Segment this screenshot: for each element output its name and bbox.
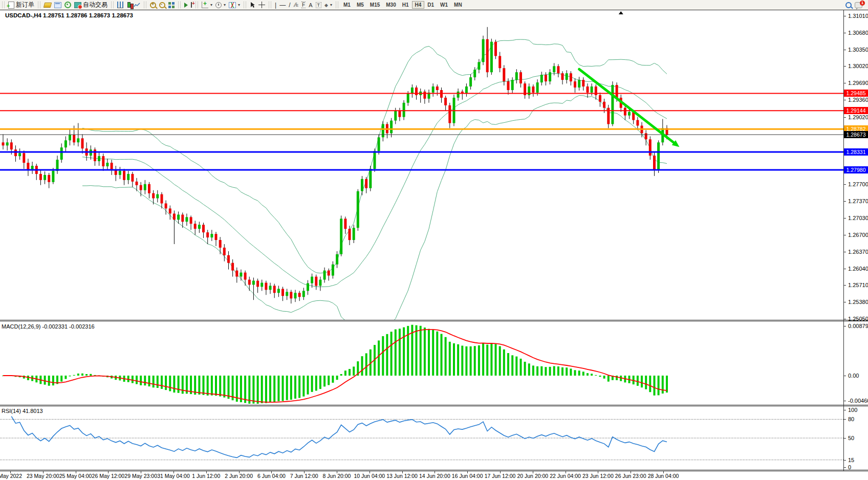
timeframe-d1[interactable]: D1: [424, 1, 437, 9]
toolbar-grip[interactable]: [111, 2, 114, 8]
rsi-tick-label: 50: [848, 435, 854, 441]
price-axis[interactable]: 1.250501.253801.257101.260401.263701.267…: [844, 10, 868, 471]
fibonacci-button[interactable]: F: [300, 1, 307, 9]
panel-separator[interactable]: [0, 321, 868, 321]
toolbar-grip[interactable]: [178, 2, 181, 8]
clock-icon: [215, 2, 222, 8]
bar-chart-icon: [117, 2, 123, 8]
chart-shift-icon: [191, 2, 192, 8]
panel-separator[interactable]: [0, 405, 868, 405]
indicators-button[interactable]: ▾: [200, 1, 214, 9]
panel-separator[interactable]: [0, 320, 868, 320]
rsi-tick-label: 0: [848, 464, 851, 470]
axis-tick: [844, 319, 846, 319]
market-watch-icon: [44, 3, 52, 8]
macd-tick-label: 0.00: [848, 373, 859, 379]
axis-tick: [844, 285, 846, 286]
timeframe-mn[interactable]: MN: [451, 1, 465, 9]
chevron-down-icon: ▾: [224, 3, 226, 7]
trading-terminal: 新订单 自动交易 + - ▾ ▾ ▾ | — /: [0, 0, 868, 480]
price-chart[interactable]: [0, 10, 843, 320]
chevron-down-icon: ▾: [330, 3, 332, 7]
toolbar-grip[interactable]: [2, 2, 5, 8]
axis-tick: [844, 218, 846, 219]
equidistant-channel-button[interactable]: ⫽E: [292, 1, 300, 9]
arrows-button[interactable]: ◆▾: [323, 1, 334, 9]
chart-shift-button[interactable]: [189, 1, 193, 9]
time-axis[interactable]: May 202223 May 20:0025 May 04:0026 May 1…: [0, 471, 868, 480]
axis-tick: [844, 302, 846, 302]
chat-bubble-icon: 1: [855, 2, 862, 8]
current-price-badge: 1.28673: [844, 131, 868, 138]
price-tick-label: 1.26040: [848, 266, 868, 272]
price-tick-label: 1.27700: [848, 181, 868, 187]
search-icon: [845, 2, 852, 8]
data-window-button[interactable]: [53, 1, 63, 9]
autotrading-button[interactable]: 自动交易: [73, 1, 109, 9]
axis-tick: [844, 100, 846, 100]
candlestick-chart-button[interactable]: [125, 1, 132, 9]
toolbar-grip[interactable]: [38, 2, 40, 8]
axis-tick: [844, 376, 846, 376]
text-button[interactable]: A: [307, 1, 314, 9]
panel-separator[interactable]: [0, 406, 868, 406]
tile-windows-icon: [168, 2, 175, 8]
rsi-panel[interactable]: [0, 407, 843, 469]
autotrading-label: 自动交易: [83, 1, 107, 9]
axis-tick: [844, 117, 846, 118]
timeframe-h4[interactable]: H4: [412, 1, 425, 9]
horizontal-line-button[interactable]: —: [278, 1, 287, 9]
bar-chart-button[interactable]: [116, 1, 125, 9]
toolbar-grip[interactable]: [244, 2, 246, 8]
timeframe-m1[interactable]: M1: [340, 1, 354, 9]
axis-tick: [844, 50, 846, 50]
search-button[interactable]: [844, 1, 853, 9]
timeframe-m15[interactable]: M15: [367, 1, 383, 9]
trendline-button[interactable]: /: [287, 1, 292, 9]
market-watch-button[interactable]: [42, 1, 53, 9]
axis-tick: [844, 33, 846, 33]
rsi-tick-label: 100: [848, 407, 857, 413]
timeframe-m30[interactable]: M30: [383, 1, 399, 9]
axis-tick: [844, 66, 846, 67]
templates-button[interactable]: ▾: [227, 1, 242, 9]
zoom-in-button[interactable]: +: [148, 1, 158, 9]
new-order-label: 新订单: [16, 1, 34, 9]
vertical-line-button[interactable]: |: [273, 1, 278, 9]
axis-tick: [844, 401, 846, 401]
toolbar-grip[interactable]: [269, 2, 271, 8]
toolbar-grip[interactable]: [144, 2, 146, 8]
trendline-icon: /: [289, 2, 290, 9]
timeframe-m5[interactable]: M5: [354, 1, 367, 9]
price-level-badge: 1.29485: [844, 90, 868, 97]
zoom-out-icon: -: [159, 2, 165, 8]
text-label-button[interactable]: T: [314, 1, 323, 9]
crosshair-button[interactable]: [257, 1, 267, 9]
price-tick-label: 1.27030: [848, 215, 868, 221]
line-chart-icon: [134, 2, 140, 8]
zoom-out-button[interactable]: -: [158, 1, 167, 9]
price-tick-label: 1.26370: [848, 249, 868, 255]
price-tick-label: 1.25710: [848, 282, 868, 288]
price-tick-label: 1.30350: [848, 47, 868, 53]
candlestick-chart-icon: [127, 2, 131, 8]
timeframe-h1[interactable]: H1: [399, 1, 412, 9]
auto-scroll-button[interactable]: [183, 1, 189, 9]
axis-tick: [844, 83, 846, 83]
price-level-badge: 1.27980: [844, 166, 868, 173]
tile-windows-button[interactable]: [167, 1, 176, 9]
toolbar-grip[interactable]: [336, 2, 338, 8]
notifications-button[interactable]: 1: [853, 1, 864, 9]
axis-tick: [844, 184, 846, 185]
price-level-badge: 1.29144: [844, 107, 868, 114]
cursor-button[interactable]: [248, 1, 257, 9]
signals-button[interactable]: [63, 1, 73, 9]
new-order-button[interactable]: 新订单: [7, 1, 36, 9]
data-window-icon: [54, 2, 61, 8]
toolbar-grip[interactable]: [196, 2, 198, 8]
rsi-label: RSI(14) 41.8013: [2, 408, 43, 414]
price-tick-label: 1.29020: [848, 114, 868, 120]
macd-panel[interactable]: [0, 322, 843, 404]
timeframe-w1[interactable]: W1: [437, 1, 451, 9]
periods-button[interactable]: ▾: [214, 1, 227, 9]
